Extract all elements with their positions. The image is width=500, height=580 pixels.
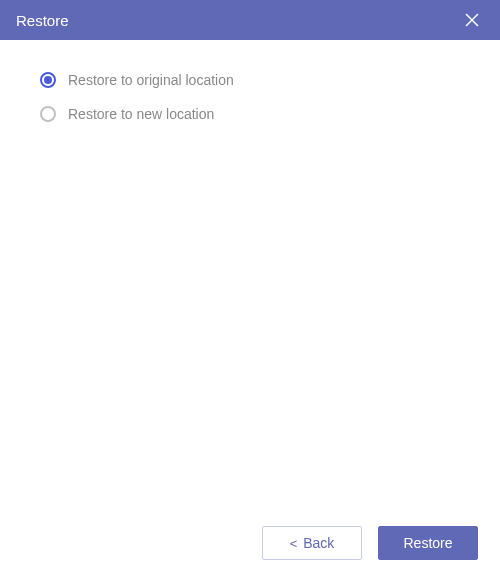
radio-icon — [40, 106, 56, 122]
back-button-label: Back — [303, 535, 334, 551]
radio-label: Restore to new location — [68, 106, 214, 122]
radio-option-new-location[interactable]: Restore to new location — [40, 106, 460, 122]
dialog-content: Restore to original location Restore to … — [0, 40, 500, 506]
restore-dialog: Restore Restore to original location Res… — [0, 0, 500, 580]
dialog-title: Restore — [16, 12, 69, 29]
close-icon — [464, 12, 480, 28]
radio-dot-icon — [44, 76, 52, 84]
chevron-left-icon: < — [290, 536, 298, 551]
back-button[interactable]: < Back — [262, 526, 362, 560]
restore-button-label: Restore — [403, 535, 452, 551]
radio-icon — [40, 72, 56, 88]
dialog-header: Restore — [0, 0, 500, 40]
dialog-footer: < Back Restore — [0, 506, 500, 580]
close-button[interactable] — [460, 8, 484, 32]
radio-option-original-location[interactable]: Restore to original location — [40, 72, 460, 88]
restore-button[interactable]: Restore — [378, 526, 478, 560]
radio-label: Restore to original location — [68, 72, 234, 88]
